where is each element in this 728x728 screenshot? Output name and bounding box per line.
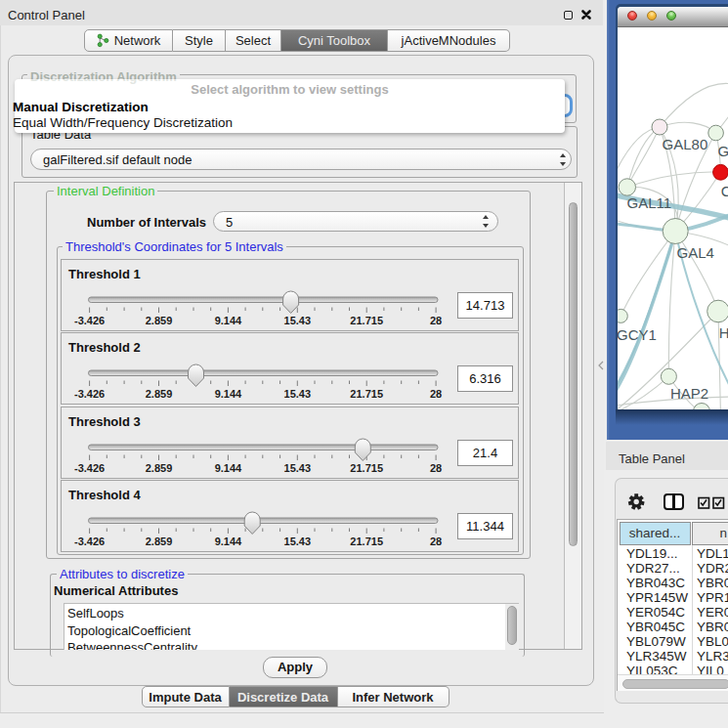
svg-text:GAL4: GAL4: [677, 243, 714, 260]
svg-text:HAP2: HAP2: [670, 385, 708, 402]
svg-text:GAL11: GAL11: [627, 193, 672, 210]
svg-text:GA: GA: [718, 143, 728, 159]
svg-text:GCY1: GCY1: [618, 326, 657, 343]
svg-text:C: C: [721, 183, 728, 199]
svg-text:GAL80: GAL80: [663, 135, 708, 151]
svg-text:H: H: [719, 323, 728, 340]
